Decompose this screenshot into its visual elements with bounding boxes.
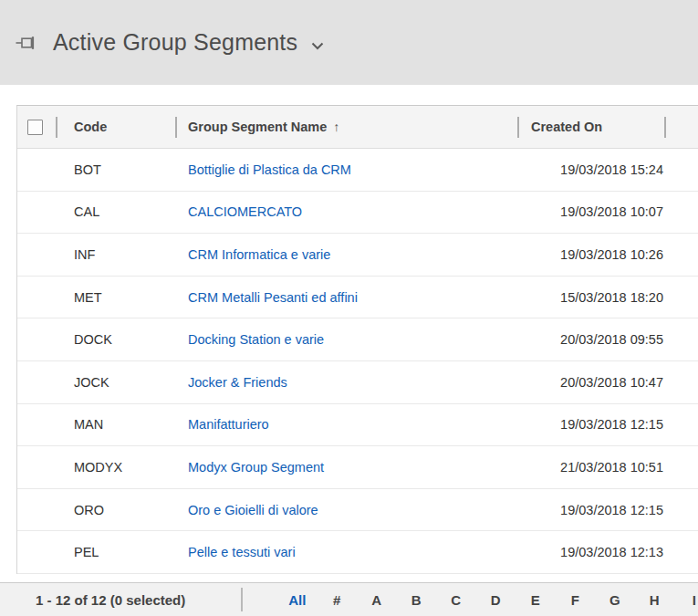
row-code: MAN (57, 404, 177, 446)
jump-letter[interactable]: F (556, 592, 596, 608)
view-title[interactable]: Active Group Segments (53, 29, 297, 56)
table-row[interactable]: JOCK Jocker & Friends 20/03/2018 10:47 (17, 361, 698, 404)
group-segments-grid: Code Group Segment Name ↑ Created On BOT… (16, 105, 698, 574)
row-code: MODYX (57, 446, 177, 488)
row-checkbox-cell[interactable] (17, 361, 57, 403)
row-name-cell: Jocker & Friends (177, 361, 519, 403)
row-filler (666, 318, 698, 360)
row-checkbox-cell[interactable] (17, 446, 57, 488)
group-segment-link[interactable]: Jocker & Friends (188, 375, 287, 390)
column-header-filler (666, 106, 698, 148)
footer-divider (241, 588, 243, 611)
column-header-label: Code (74, 120, 107, 134)
row-filler (666, 361, 698, 403)
jump-letter[interactable]: All (277, 592, 318, 608)
row-checkbox-cell[interactable] (17, 404, 57, 446)
view-header-bar: Active Group Segments (0, 0, 698, 85)
row-name-cell: CRM Metalli Pesanti ed affini (177, 277, 519, 318)
row-name-cell: Manifatturiero (177, 404, 519, 446)
table-row[interactable]: CAL CALCIOMERCATO 19/03/2018 10:07 (17, 192, 698, 235)
row-filler (666, 531, 698, 573)
row-created-on: 19/03/2018 12:15 (519, 489, 666, 531)
column-header-group-segment-name[interactable]: Group Segment Name ↑ (177, 106, 519, 148)
row-code: ORO (57, 489, 177, 531)
row-code: INF (57, 234, 177, 276)
row-created-on: 19/03/2018 10:07 (519, 192, 666, 234)
group-segment-link[interactable]: CRM Metalli Pesanti ed affini (188, 290, 358, 305)
row-filler (666, 446, 698, 488)
column-header-label: Created On (531, 120, 602, 134)
row-checkbox-cell[interactable] (17, 489, 57, 531)
sort-ascending-icon: ↑ (333, 120, 339, 134)
row-filler (666, 234, 698, 276)
row-checkbox-cell[interactable] (17, 318, 57, 360)
row-checkbox-cell[interactable] (17, 531, 57, 573)
group-segment-link[interactable]: Manifatturiero (188, 417, 269, 432)
grid-header-row: Code Group Segment Name ↑ Created On (17, 106, 698, 149)
row-created-on: 19/03/2018 15:24 (519, 149, 666, 191)
group-segment-link[interactable]: Oro e Gioielli di valore (188, 503, 318, 517)
row-checkbox-cell[interactable] (17, 192, 57, 234)
row-filler (666, 192, 698, 234)
select-all-cell (17, 106, 57, 148)
alphabet-jump-bar: All # A B C D E F G H I (277, 583, 698, 616)
column-header-code[interactable]: Code (57, 106, 177, 148)
chevron-down-icon[interactable] (311, 37, 324, 54)
group-segment-link[interactable]: Modyx Group Segment (188, 460, 324, 475)
jump-letter[interactable]: E (516, 592, 556, 608)
jump-letter[interactable]: G (595, 592, 635, 608)
row-created-on: 19/03/2018 12:13 (519, 531, 666, 573)
row-filler (666, 149, 698, 191)
table-row[interactable]: PEL Pelle e tessuti vari 19/03/2018 12:1… (17, 531, 698, 574)
row-name-cell: Bottiglie di Plastica da CRM (177, 149, 519, 191)
table-row[interactable]: INF CRM Informatica e varie 19/03/2018 1… (17, 234, 698, 277)
table-row[interactable]: ORO Oro e Gioielli di valore 19/03/2018 … (17, 489, 698, 532)
column-header-created-on[interactable]: Created On (519, 106, 666, 148)
row-code: CAL (57, 192, 177, 234)
jump-letter[interactable]: C (436, 592, 476, 608)
group-segment-link[interactable]: CALCIOMERCATO (188, 204, 302, 219)
table-row[interactable]: DOCK Docking Station e varie 20/03/2018 … (17, 318, 698, 361)
table-row[interactable]: MODYX Modyx Group Segment 21/03/2018 10:… (17, 446, 698, 489)
grid-footer: 1 - 12 of 12 (0 selected) All # A B C D … (0, 582, 698, 616)
row-checkbox-cell[interactable] (17, 234, 57, 276)
row-code: JOCK (57, 361, 177, 403)
record-count-status: 1 - 12 of 12 (0 selected) (36, 592, 185, 608)
group-segment-link[interactable]: Bottiglie di Plastica da CRM (188, 162, 351, 177)
row-name-cell: Pelle e tessuti vari (177, 531, 519, 573)
row-code: PEL (57, 531, 177, 573)
group-segment-link[interactable]: Pelle e tessuti vari (188, 545, 296, 559)
row-name-cell: Modyx Group Segment (177, 446, 519, 488)
table-row[interactable]: BOT Bottiglie di Plastica da CRM 19/03/2… (17, 149, 698, 192)
row-filler (666, 489, 698, 531)
row-checkbox-cell[interactable] (17, 149, 57, 191)
group-segment-link[interactable]: Docking Station e varie (188, 332, 324, 347)
jump-letter[interactable]: I (674, 592, 698, 608)
row-code: DOCK (57, 318, 177, 360)
row-filler (666, 404, 698, 446)
row-created-on: 19/03/2018 12:15 (519, 404, 666, 446)
pin-icon[interactable] (15, 34, 38, 52)
row-created-on: 21/03/2018 10:51 (519, 446, 666, 488)
row-checkbox-cell[interactable] (17, 277, 57, 318)
row-created-on: 15/03/2018 18:20 (519, 277, 666, 318)
row-filler (666, 277, 698, 318)
table-row[interactable]: MAN Manifatturiero 19/03/2018 12:15 (17, 404, 698, 447)
select-all-checkbox[interactable] (27, 120, 43, 135)
jump-letter[interactable]: A (357, 592, 397, 608)
group-segment-link[interactable]: CRM Informatica e varie (188, 247, 330, 262)
jump-letter[interactable]: # (318, 592, 358, 608)
column-header-label: Group Segment Name (188, 120, 327, 134)
row-name-cell: Docking Station e varie (177, 318, 519, 360)
row-created-on: 20/03/2018 10:47 (519, 361, 666, 403)
row-created-on: 19/03/2018 10:26 (519, 234, 666, 276)
row-code: BOT (57, 149, 177, 191)
row-created-on: 20/03/2018 09:55 (519, 318, 666, 360)
jump-letter[interactable]: H (635, 592, 675, 608)
table-row[interactable]: MET CRM Metalli Pesanti ed affini 15/03/… (17, 277, 698, 319)
row-name-cell: CRM Informatica e varie (177, 234, 519, 276)
row-code: MET (57, 277, 177, 318)
jump-letter[interactable]: B (397, 592, 437, 608)
jump-letter[interactable]: D (476, 592, 516, 608)
grid-body: BOT Bottiglie di Plastica da CRM 19/03/2… (17, 149, 698, 574)
